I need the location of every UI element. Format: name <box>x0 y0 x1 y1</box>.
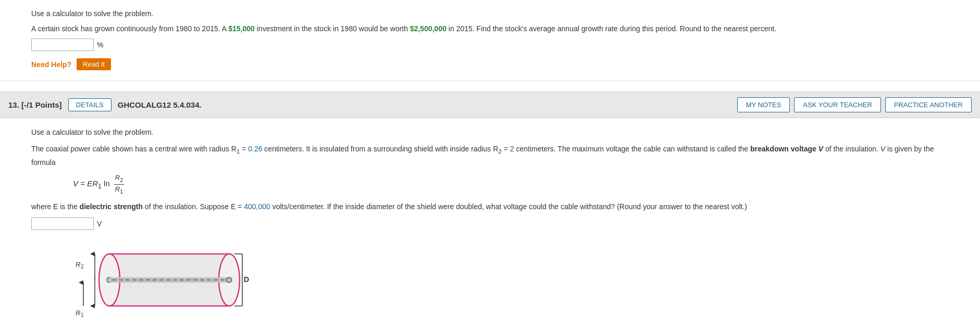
svg-text:R: R <box>76 309 80 317</box>
header-buttons-group: MY NOTES ASK YOUR TEACHER PRACTICE ANOTH… <box>737 97 972 112</box>
formula-fraction: R2 R1 <box>114 173 124 196</box>
answer-input-top[interactable] <box>31 39 94 51</box>
svg-text:D: D <box>244 275 249 284</box>
need-help-label: Need Help? <box>31 60 71 69</box>
problem-13-where: where E is the dielectric strength of th… <box>31 201 949 212</box>
calc-instruction-top: Use a calculator to solve the problem. <box>31 8 949 19</box>
details-button[interactable]: DETAILS <box>68 98 111 111</box>
problem-13-body: Use a calculator to solve the problem. T… <box>0 118 980 322</box>
svg-text:2: 2 <box>81 264 84 270</box>
answer-input-row-13: V <box>31 217 949 230</box>
svg-point-6 <box>227 277 232 283</box>
problem-number: 13. [-/1 Points] <box>8 100 62 109</box>
need-help-row: Need Help? Read It <box>31 58 949 70</box>
svg-text:R: R <box>76 261 80 268</box>
unit-label-13: V <box>97 220 102 228</box>
problem-13-header: 13. [-/1 Points] DETAILS GHCOLALG12 5.4.… <box>0 92 980 118</box>
coaxial-cable-diagram: R 2 R 1 <box>73 238 250 322</box>
formula-block: V = ER1 ln R2 R1 <box>73 173 949 196</box>
highlight-worth: $2,500,000 <box>410 24 446 33</box>
practice-another-button[interactable]: PRACTICE ANOTHER <box>885 97 972 112</box>
formula-text: V = ER1 ln <box>73 178 110 191</box>
problem-text-top: A certain stock has grown continuously f… <box>31 23 949 34</box>
previous-problem-section: Use a calculator to solve the problem. A… <box>0 0 980 81</box>
ask-teacher-button[interactable]: ASK YOUR TEACHER <box>794 97 880 112</box>
problem-13-section: 13. [-/1 Points] DETAILS GHCOLALG12 5.4.… <box>0 92 980 333</box>
my-notes-button[interactable]: MY NOTES <box>737 97 790 112</box>
problem-code: GHCOLALG12 5.4.034. <box>118 100 731 109</box>
answer-input-13[interactable] <box>31 217 94 230</box>
diagram-container: R 2 R 1 <box>73 238 949 322</box>
highlight-investment: $15,000 <box>228 24 255 33</box>
problem-13-description: The coaxial power cable shown has a cent… <box>31 143 949 168</box>
calc-instruction-13: Use a calculator to solve the problem. <box>31 126 949 138</box>
svg-text:1: 1 <box>81 312 84 318</box>
answer-input-row-top: % <box>31 39 949 51</box>
read-it-button[interactable]: Read It <box>77 58 111 70</box>
unit-label-top: % <box>97 41 103 49</box>
